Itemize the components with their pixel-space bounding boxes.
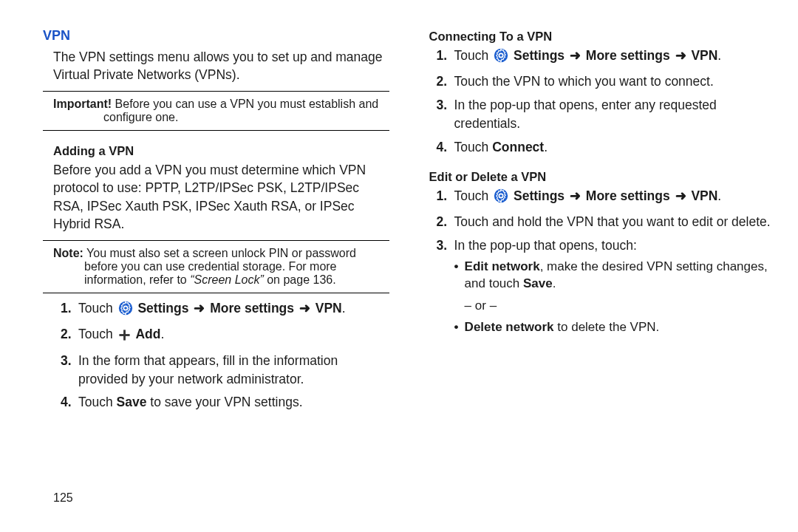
connect-step-3: In the pop-up that opens, enter any requ… [429,96,777,134]
touch-word: Touch [78,327,117,341]
save-label: Save [523,276,553,290]
step4-suffix: to save your VPN settings. [146,395,302,409]
connect-step-4: Touch Connect. [429,138,777,157]
delete-network-suffix: to delete the VPN. [554,320,660,334]
plus-icon [118,328,131,347]
edit-network-label: Edit network [465,259,540,273]
svg-point-5 [499,53,503,57]
or-separator: – or – [454,297,777,314]
delete-network-label: Delete network [465,320,554,334]
vpn-label: VPN [691,48,717,63]
add-label: Add [135,327,160,341]
edit-network-bullet: Edit network, make the desired VPN setti… [454,258,777,293]
add-step-2: Touch Add. [53,325,389,347]
vpn-intro-text: The VPN settings menu allows you to set … [53,48,389,83]
settings-gear-icon [118,301,133,321]
divider [43,91,389,92]
divider [43,293,389,293]
arrow-icon: ➜ [568,188,582,203]
important-label: Important! [53,98,112,110]
note-line3-prefix: information, refer to [84,273,190,286]
vpn-label: VPN [691,188,717,203]
page-number: 125 [53,491,73,505]
settings-gear-icon [494,188,508,208]
save-label: Save [117,395,147,409]
svg-point-7 [499,194,503,197]
section-title-vpn: VPN [43,28,389,44]
edit-options-list: Edit network, make the desired VPN setti… [454,258,777,336]
screen-lock-ref: “Screen Lock” [190,273,264,286]
edit-delete-steps: Touch Settings ➜ More settings ➜ VPN. To… [429,187,777,336]
arrow-icon: ➜ [568,48,582,63]
arrow-icon: ➜ [674,48,688,63]
edit-step-1: Touch Settings ➜ More settings ➜ VPN. [429,187,777,208]
connecting-steps: Touch Settings ➜ More settings ➜ VPN. To… [429,47,777,157]
connect-label: Connect [492,140,544,154]
right-column: Connecting To a VPN Touch Settings ➜ Mor… [419,28,777,417]
svg-rect-3 [119,334,129,336]
adding-vpn-heading: Adding a VPN [53,144,389,158]
settings-label: Settings [514,188,565,203]
svg-point-1 [123,306,127,310]
touch-word: Touch [454,140,493,154]
left-column: VPN The VPN settings menu allows you to … [43,28,389,417]
settings-label: Settings [514,48,565,63]
edit-step-3-text: In the pop-up that opens, touch: [454,238,637,253]
arrow-icon: ➜ [674,188,688,203]
delete-network-bullet: Delete network to delete the VPN. [454,318,777,335]
vpn-label: VPN [316,301,342,316]
add-step-3: In the form that appears, fill in the in… [53,352,389,389]
adding-vpn-steps: Touch Settings ➜ More settings ➜ VPN. To… [53,299,389,412]
important-callout: Important! Before you can use a VPN you … [53,98,389,124]
arrow-icon: ➜ [298,301,312,316]
connect-step-2: Touch the VPN to which you want to conne… [429,72,777,91]
note-line3-suffix: on page 136. [264,273,336,286]
settings-label: Settings [137,301,188,316]
touch-word: Touch [454,188,493,203]
note-callout: Note: You must also set a screen unlock … [53,247,389,287]
note-label: Note: [53,247,83,259]
edit-delete-heading: Edit or Delete a VPN [429,170,777,184]
note-line3: information, refer to “Screen Lock” on p… [84,273,389,287]
divider [43,240,389,241]
note-line1: You must also set a screen unlock PIN or… [86,247,356,259]
important-text-line2: configure one. [103,111,389,124]
touch-word: Touch [78,301,117,316]
more-settings-label: More settings [210,301,294,316]
touch-word: Touch [78,395,117,409]
arrow-icon: ➜ [192,301,206,316]
note-line2: before you can use credential storage. F… [84,260,389,273]
add-step-4: Touch Save to save your VPN settings. [53,393,389,412]
adding-vpn-intro: Before you add a VPN you must determine … [53,161,389,233]
important-text-line1: Before you can use a VPN you must establ… [115,98,379,110]
settings-gear-icon [494,48,508,68]
edit-step-2: Touch and hold the VPN that you want to … [429,213,777,231]
add-step-1: Touch Settings ➜ More settings ➜ VPN. [53,299,389,321]
more-settings-label: More settings [586,48,670,63]
connect-step-1: Touch Settings ➜ More settings ➜ VPN. [429,47,777,68]
touch-word: Touch [454,48,493,63]
document-page: VPN The VPN settings menu allows you to … [0,0,798,432]
connecting-heading: Connecting To a VPN [429,30,777,44]
more-settings-label: More settings [586,188,670,203]
divider [43,130,389,131]
edit-step-3: In the pop-up that opens, touch: Edit ne… [429,236,777,336]
